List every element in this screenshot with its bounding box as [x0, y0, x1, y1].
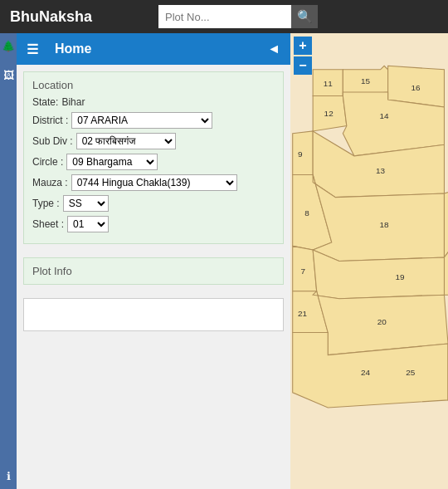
type-select[interactable]: SS — [63, 195, 109, 212]
state-row: State: Bihar — [32, 96, 275, 108]
mauza-select[interactable]: 0744 Hingua Chakla(139) — [71, 174, 237, 191]
label-24: 24 — [361, 368, 371, 377]
label-15: 15 — [361, 76, 371, 86]
location-title: Location — [32, 79, 275, 91]
location-section: Location State: Bihar District : 07 ARAR… — [23, 71, 284, 244]
parcel-9[interactable] — [293, 131, 313, 174]
sidebar-title: Home — [55, 42, 91, 56]
plot-info-section: Plot Info — [23, 257, 284, 285]
label-7: 7 — [301, 267, 306, 276]
subdiv-label: Sub Div : — [32, 135, 73, 147]
sheet-label: Sheet : — [32, 218, 64, 230]
subdiv-row: Sub Div : 02 फारबिसगंज — [32, 133, 275, 149]
label-19: 19 — [396, 272, 406, 281]
mauza-label: Mauza : — [32, 177, 68, 188]
district-label: District : — [32, 115, 68, 126]
search-button[interactable]: 🔍 — [291, 5, 318, 28]
app-title: BhuNaksha — [10, 8, 92, 26]
state-value: Bihar — [61, 96, 85, 108]
circle-row: Circle : 09 Bhargama — [32, 154, 275, 170]
sidebar-collapse-arrow[interactable]: ◄ — [267, 42, 280, 56]
tree-icon[interactable]: 🌲 — [2, 40, 15, 52]
map-controls: + − — [294, 37, 312, 75]
main-layout: 🌲 🖼 ℹ ☰ Home ◄ Location State: Bihar Dis… — [0, 33, 448, 489]
sheet-select[interactable]: 01 — [67, 216, 109, 232]
label-12: 12 — [324, 109, 334, 118]
mauza-row: Mauza : 0744 Hingua Chakla(139) — [32, 174, 275, 191]
type-label: Type : — [32, 198, 60, 209]
label-18: 18 — [380, 220, 390, 229]
label-8: 8 — [304, 208, 309, 218]
label-14: 14 — [380, 111, 390, 120]
sidebar: ☰ Home ◄ Location State: Bihar District … — [17, 33, 290, 489]
district-row: District : 07 ARARIA — [32, 112, 275, 129]
left-icons-strip: 🌲 🖼 ℹ — [0, 33, 17, 489]
label-25: 25 — [406, 368, 416, 377]
label-21: 21 — [298, 309, 308, 318]
info-icon-left[interactable]: ℹ — [7, 470, 11, 482]
label-11: 11 — [324, 79, 334, 88]
plot-info-box — [23, 298, 284, 331]
zoom-in-button[interactable]: + — [294, 37, 312, 55]
image-icon[interactable]: 🖼 — [3, 69, 14, 81]
circle-label: Circle : — [32, 156, 63, 168]
hamburger-menu[interactable]: ☰ — [27, 42, 38, 57]
circle-select[interactable]: 09 Bhargama — [66, 154, 158, 170]
sidebar-header: ☰ Home ◄ — [17, 33, 290, 65]
plot-info-title: Plot Info — [32, 265, 275, 277]
subdiv-select[interactable]: 02 फारबिसगंज — [76, 133, 176, 149]
map-svg: .parcel { fill: #f5e0a0; stroke: #b0905a… — [290, 33, 448, 489]
zoom-out-button[interactable]: − — [294, 56, 312, 75]
state-label: State: — [32, 96, 58, 108]
label-13: 13 — [376, 166, 386, 175]
district-select[interactable]: 07 ARARIA — [71, 112, 212, 129]
label-16: 16 — [411, 83, 421, 92]
label-20: 20 — [377, 317, 387, 326]
search-area: 🔍 — [158, 5, 318, 28]
label-9: 9 — [298, 149, 303, 159]
map-area[interactable]: + − .parcel { fill: #f5e0a0; stroke: #b0… — [290, 33, 448, 489]
topbar: BhuNaksha 🔍 — [0, 0, 448, 33]
sheet-row: Sheet : 01 — [32, 216, 275, 232]
type-row: Type : SS — [32, 195, 275, 212]
search-input[interactable] — [158, 5, 291, 28]
